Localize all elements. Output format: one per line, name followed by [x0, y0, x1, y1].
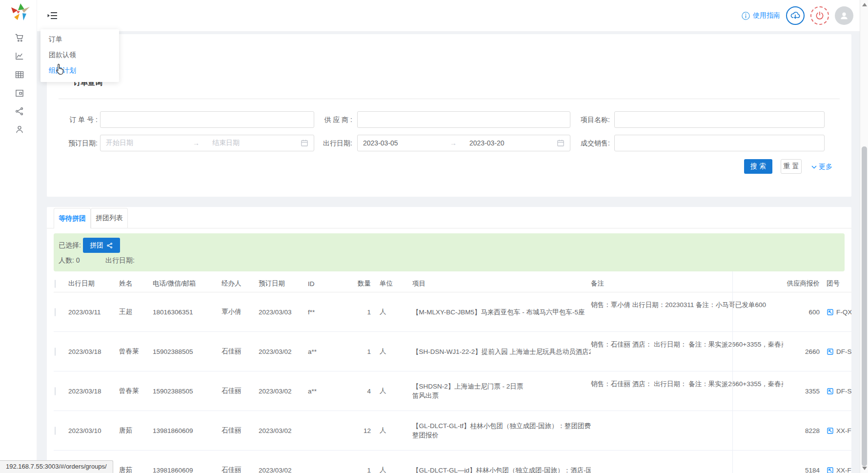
cell-id: a**	[308, 388, 357, 395]
cell-phone: 15902388505	[153, 388, 222, 395]
menu-item-orders[interactable]: 订单	[40, 31, 119, 47]
col-id: ID	[308, 280, 357, 288]
menu-item-payment-claim[interactable]: 团款认领	[40, 47, 119, 62]
range-arrow-icon: →	[450, 139, 469, 147]
sidebar-item-layout[interactable]	[15, 88, 24, 98]
waiting-group-table: 出行日期 姓名 电话/微信/邮箱 经办人 预订日期 ID 数量 单位 项目 备注…	[54, 275, 851, 473]
menu-item-group-plan[interactable]: 组团计划	[40, 62, 119, 78]
layout-icon	[15, 88, 24, 98]
cell-price: 2660	[783, 348, 820, 355]
travel-date-range-input[interactable]: 2023-03-05 → 2023-03-20	[357, 135, 570, 151]
tabbar-border	[47, 228, 851, 228]
book-date-range-input[interactable]: 开始日期 → 结束日期	[100, 135, 314, 151]
row-checkbox[interactable]	[55, 387, 56, 395]
group-link-icon	[827, 388, 834, 395]
cell-price: 3355	[783, 388, 820, 395]
col-name: 姓名	[119, 279, 153, 288]
cell-qty: 1	[357, 308, 380, 316]
sidebar-item-user[interactable]	[15, 124, 24, 134]
book-date-label: 预订日期:	[51, 135, 98, 151]
reset-button[interactable]: 重 置	[781, 159, 802, 174]
order-no-input[interactable]	[100, 111, 314, 128]
sidebar-item-share[interactable]	[15, 106, 24, 116]
supplier-input[interactable]	[357, 111, 570, 128]
chevron-down-icon	[811, 165, 817, 169]
cell-project: 【SH-DSN-WJ1-22-2】提前入园 上海迪士尼玩具总动员酒店2天1晚）	[412, 347, 591, 356]
cell-remark	[591, 411, 783, 419]
cell-project: 【GL-DLCT-GL—jd】桂林小包团（独立成团-国旅）：酒店-国旅	[412, 466, 591, 473]
cell-name: 曾春莱	[119, 387, 153, 395]
search-button[interactable]: 搜 索	[744, 159, 772, 174]
row-checkbox[interactable]	[55, 427, 56, 435]
logout-power-button[interactable]	[810, 6, 829, 25]
cell-phone: 13981860609	[153, 467, 222, 473]
cell-book-date: 2023/03/02	[259, 388, 308, 395]
table-row[interactable]: 2023/03/10 唐茹 13981860609 石佳丽 2023/03/02…	[54, 411, 851, 451]
sidebar-item-table[interactable]	[15, 70, 24, 80]
cell-book-date: 2023/03/03	[259, 308, 308, 316]
usage-guide-link[interactable]: 使用指南	[742, 11, 780, 20]
group-action-button[interactable]: 拼团	[83, 238, 120, 253]
cell-book-date: 2023/03/02	[259, 467, 308, 473]
select-all-checkbox[interactable]	[55, 280, 56, 288]
cell-group-no[interactable]: F-QX	[820, 308, 851, 316]
table-row[interactable]: 2023/03/18 曾春莱 15902388505 石佳丽 2023/03/0…	[54, 332, 851, 371]
cell-project: 【GL-DLCT-GL-tf】桂林小包团（独立成团-国旅）：整团团费整团报价	[412, 421, 591, 440]
table-row[interactable]: 唐茹 13981860609 石佳丽 2023/03/02 1 人 【GL-DL…	[54, 451, 851, 473]
sidebar-item-orders[interactable]	[15, 33, 24, 43]
nav-dropdown-menu: 订单 团款认领 组团计划	[40, 29, 119, 82]
cell-remark	[591, 451, 783, 459]
travel-end-value: 2023-03-20	[469, 139, 557, 147]
sales-input[interactable]	[614, 135, 825, 151]
scrollbar-thumb[interactable]	[862, 146, 867, 466]
table-row[interactable]: 2023/03/18 曾春莱 15902388505 石佳丽 2023/03/0…	[54, 371, 851, 411]
sales-label: 成交销售:	[564, 135, 610, 151]
cell-agent: 石佳丽	[222, 426, 259, 435]
row-checkbox[interactable]	[55, 348, 56, 356]
cell-group-no[interactable]: DF-S	[820, 348, 851, 355]
scroll-down-arrow-icon[interactable]	[862, 467, 867, 470]
col-project: 项目	[412, 279, 591, 288]
selection-panel: 已选择: 拼团 人数: 0 出行日期:	[54, 233, 845, 271]
vertical-scrollbar[interactable]	[860, 0, 868, 473]
share-alt-icon	[106, 242, 113, 249]
project-name-input[interactable]	[614, 111, 825, 128]
cell-group-no[interactable]: DF-S	[820, 388, 851, 395]
user-icon	[15, 124, 24, 134]
cell-remark: 销售：石佳丽 酒店： 出行日期： 备注：果实派2660+3355，秦春燕：	[591, 332, 783, 349]
power-icon	[815, 11, 825, 21]
order-query-card: 订单查询 订 单 号 : 供 应 商 : 项目名称: 预订日期: 开始日期 → …	[47, 34, 851, 197]
cell-unit: 人	[380, 466, 412, 473]
top-header: 使用指南	[0, 0, 868, 32]
user-avatar[interactable]	[835, 6, 853, 25]
cell-agent: 石佳丽	[222, 387, 259, 395]
cell-travel-date: 2023/03/11	[68, 308, 119, 316]
status-bar-url: 192.168.7.55:3003/#/orders/groups/	[0, 460, 113, 473]
avatar-user-icon	[839, 10, 849, 21]
col-book-date: 预订日期	[259, 279, 308, 288]
tab-group-list[interactable]: 拼团列表	[91, 208, 128, 228]
scroll-up-arrow-icon[interactable]	[862, 3, 867, 6]
cell-group-no[interactable]: XX-F	[820, 467, 851, 473]
cell-remark: 销售：覃小倩 出行日期：20230311 备注：小马哥已发单600	[591, 292, 783, 309]
range-arrow-icon: →	[193, 139, 212, 147]
cell-project: 【SHDSN-2】上海迪士尼门票 - 2日票笛风出票	[412, 382, 591, 400]
fixed-column-divider	[732, 271, 733, 473]
menu-fold-icon[interactable]	[47, 10, 59, 21]
more-toggle[interactable]: 更多	[811, 163, 832, 171]
cloud-download-icon	[790, 10, 801, 21]
col-travel-date: 出行日期	[68, 279, 119, 288]
chart-icon	[15, 51, 24, 61]
cell-unit: 人	[380, 308, 412, 316]
group-button-label: 拼团	[90, 241, 103, 250]
tab-waiting-group[interactable]: 等待拼团	[54, 208, 91, 228]
table-header-row: 出行日期 姓名 电话/微信/邮箱 经办人 预订日期 ID 数量 单位 项目 备注…	[54, 275, 851, 292]
left-sidebar	[0, 0, 37, 473]
cell-group-no[interactable]: XX-F	[820, 427, 851, 434]
table-row[interactable]: 2023/03/11 王超 18016306351 覃小倩 2023/03/03…	[54, 292, 851, 332]
row-checkbox[interactable]	[55, 308, 56, 316]
book-end-placeholder: 结束日期	[212, 139, 301, 147]
selected-travel-date: 出行日期:	[105, 256, 135, 265]
sidebar-item-stats[interactable]	[15, 51, 24, 61]
cloud-download-button[interactable]	[786, 6, 805, 25]
